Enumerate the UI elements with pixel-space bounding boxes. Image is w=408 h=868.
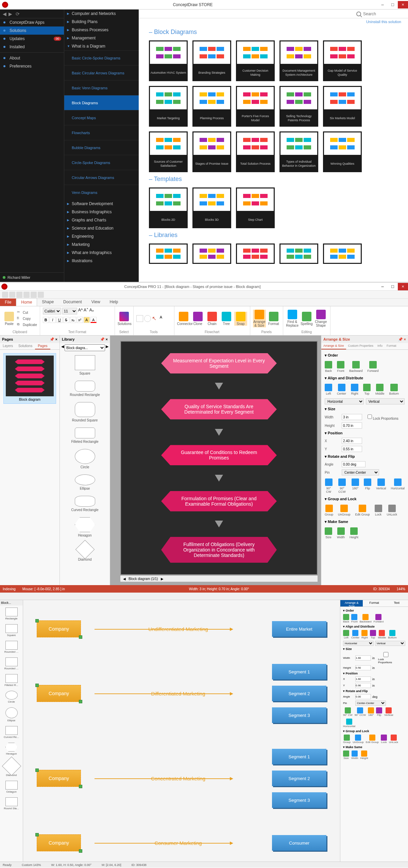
- angle-input[interactable]: [342, 461, 366, 467]
- library-card[interactable]: [192, 243, 231, 264]
- forward-icon[interactable]: ▶: [8, 11, 12, 17]
- template-card[interactable]: Step Chart: [236, 187, 275, 228]
- prop-action[interactable]: Width: [351, 751, 358, 760]
- flow-node[interactable]: Guarantee of Conditions to Redeem Promis…: [161, 445, 277, 465]
- section-rotate[interactable]: Rotate and Flip: [343, 689, 405, 693]
- section-group[interactable]: Group and Lock: [343, 729, 405, 734]
- target-box[interactable]: Segment 1: [272, 664, 326, 680]
- lib-prev[interactable]: ◀: [61, 344, 64, 351]
- snap-button[interactable]: Snap: [234, 312, 247, 326]
- spelling-button[interactable]: Spelling: [300, 312, 313, 326]
- library-shape[interactable]: Rounded ...: [0, 655, 23, 672]
- library-shape[interactable]: Square: [0, 622, 23, 639]
- format-button[interactable]: Format: [267, 312, 280, 326]
- refresh-icon[interactable]: ⟳: [16, 11, 20, 17]
- qat-icon[interactable]: [2, 292, 8, 298]
- prop-action[interactable]: Flip: [364, 478, 371, 493]
- x-input[interactable]: [342, 438, 362, 444]
- library-shape[interactable]: Diamond: [60, 540, 110, 564]
- prop-action[interactable]: Forward: [368, 361, 379, 373]
- library-shape[interactable]: Rounded ...: [0, 639, 23, 655]
- library-shape[interactable]: Diamond: [0, 757, 23, 779]
- subcategory-item[interactable]: Basic Circle-Spoke Diagrams: [64, 50, 139, 65]
- prop-action[interactable]: Top: [363, 384, 371, 395]
- prop-action[interactable]: Edit Group: [355, 505, 370, 516]
- pages-tab[interactable]: Layers: [0, 343, 16, 349]
- pin-icon[interactable]: 📌 ×: [50, 337, 57, 342]
- library-shape[interactable]: Hexagon: [60, 514, 110, 540]
- prop-action[interactable]: Size: [343, 751, 349, 760]
- prop-action[interactable]: Left: [343, 630, 349, 639]
- target-box[interactable]: Segment 2: [272, 686, 326, 701]
- library-shape[interactable]: Square: [60, 352, 110, 378]
- prop-action[interactable]: UnLock: [389, 735, 398, 744]
- subcategory-item[interactable]: Flowcharts: [64, 125, 139, 140]
- prop-action[interactable]: Height: [360, 751, 368, 760]
- section-position[interactable]: Position: [325, 430, 405, 437]
- section-make[interactable]: Make Same: [343, 745, 405, 749]
- ribbon-tab[interactable]: Home: [16, 298, 37, 306]
- underline-button[interactable]: U: [56, 317, 63, 323]
- prop-action[interactable]: UnGroup: [338, 505, 351, 516]
- prop-action[interactable]: Backward: [360, 614, 372, 623]
- cut-button[interactable]: ✂Cut: [17, 309, 37, 315]
- template-card[interactable]: Blocks 3D: [192, 187, 231, 228]
- prop-action[interactable]: Front: [337, 361, 344, 373]
- page-thumbnail[interactable]: Block diagram: [3, 353, 56, 404]
- prop-action[interactable]: Vertical: [384, 707, 393, 717]
- category-item[interactable]: ▶Illustrations: [64, 257, 139, 265]
- prop-action[interactable]: Height: [350, 527, 358, 539]
- connector-button[interactable]: Connector: [177, 312, 190, 326]
- library-shape[interactable]: Filleted Rectangle: [60, 425, 110, 446]
- pin-select[interactable]: Center-Center: [355, 701, 386, 706]
- duplicate-button[interactable]: ⧉Duplicate: [17, 322, 37, 328]
- prop-action[interactable]: Lock: [375, 505, 382, 516]
- prop-action[interactable]: Horizontal: [343, 719, 355, 728]
- prop-action[interactable]: Top: [370, 630, 376, 639]
- diagram-card[interactable]: Winning Qualities: [323, 131, 362, 172]
- prop-action[interactable]: Vertical: [376, 478, 386, 493]
- props-tab[interactable]: Format: [385, 343, 398, 349]
- section-position[interactable]: Position: [343, 671, 405, 676]
- target-box[interactable]: Consumer: [272, 835, 326, 851]
- italic-button[interactable]: I: [50, 317, 56, 323]
- font-color-button[interactable]: A: [90, 317, 97, 323]
- diagram-card[interactable]: Six Markets Model: [323, 86, 362, 127]
- library-card[interactable]: [236, 243, 275, 264]
- sidebar-item[interactable]: Installed: [0, 43, 64, 51]
- text-tool[interactable]: A: [160, 315, 167, 322]
- props-tab[interactable]: Format: [363, 600, 385, 607]
- props-tab[interactable]: Custom Properties: [346, 343, 376, 349]
- strike-button[interactable]: S̶: [63, 317, 69, 323]
- library-select[interactable]: Block diagra...: [65, 344, 105, 351]
- props-tab[interactable]: Text: [386, 600, 408, 607]
- library-shape[interactable]: Rectangle: [0, 605, 23, 622]
- category-item[interactable]: ▶Computer and Networks: [64, 10, 139, 18]
- lib-next[interactable]: ▶: [106, 344, 108, 351]
- category-item[interactable]: ▼What is a Diagram: [64, 42, 139, 50]
- diagram-card[interactable]: Types of Individual Behavior in Organiza…: [279, 131, 318, 172]
- flow-node[interactable]: Fulfilment of Obligations (Delivery Orga…: [161, 537, 277, 563]
- document-page[interactable]: Measurement of Expectation Level in Ever…: [120, 341, 318, 575]
- target-box[interactable]: Entire Market: [272, 621, 326, 637]
- qat-icon[interactable]: [9, 292, 15, 298]
- prop-action[interactable]: Size: [325, 527, 332, 539]
- prop-action[interactable]: 90° CCW: [337, 478, 347, 493]
- prop-action[interactable]: 90° CCW: [355, 707, 366, 717]
- library-shape[interactable]: Ellipse: [60, 472, 110, 493]
- prop-action[interactable]: Left: [325, 384, 332, 395]
- prop-action[interactable]: 180°: [352, 478, 359, 493]
- category-item[interactable]: ▶What are Infographics: [64, 249, 139, 257]
- category-item[interactable]: ▶Software Development: [64, 200, 139, 208]
- qat-icon[interactable]: [23, 292, 30, 298]
- ribbon-tab[interactable]: Help: [105, 298, 123, 306]
- pin-select[interactable]: Center-Center: [342, 469, 379, 475]
- props-tab[interactable]: Arrange & Size: [321, 343, 346, 349]
- category-item[interactable]: ▶Business Processes: [64, 26, 139, 34]
- library-shape[interactable]: Hexagon: [0, 741, 23, 757]
- subcategory-item[interactable]: Venn Diagrams: [64, 185, 139, 200]
- prop-action[interactable]: Center: [351, 630, 359, 639]
- section-order[interactable]: Order: [325, 352, 405, 359]
- library-shape[interactable]: Circle: [60, 446, 110, 472]
- clone-button[interactable]: Clone: [191, 312, 204, 326]
